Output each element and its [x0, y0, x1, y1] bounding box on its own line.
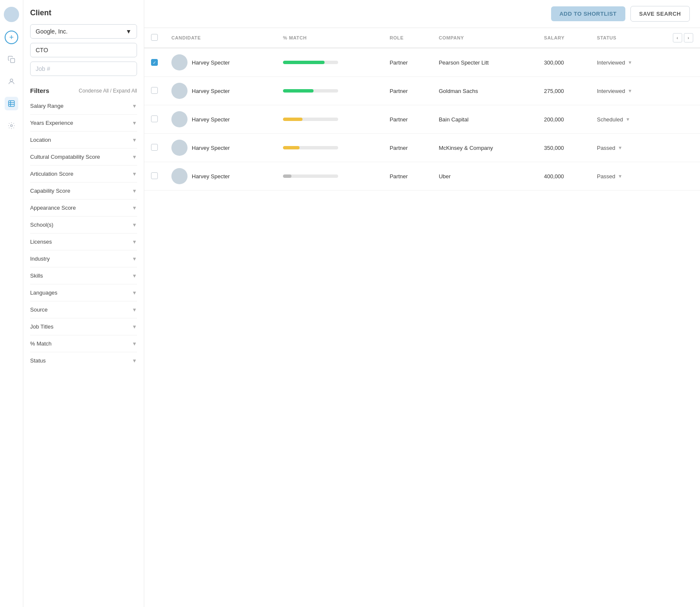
role-input[interactable] [30, 43, 137, 57]
row-status-label: Interviewed [597, 88, 625, 94]
filter-item--match[interactable]: % Match ▼ [30, 335, 137, 352]
user-avatar [4, 7, 19, 22]
main-content: ADD TO SHORTLIST SAVE SEARCH CANDIDATE %… [144, 0, 700, 607]
row-status-cell: Passed ▼ [590, 162, 666, 191]
th-status: STATUS [590, 28, 666, 48]
candidate-name: Harvey Specter [192, 173, 230, 180]
candidate-name: Harvey Specter [192, 59, 230, 66]
filter-item-cultural-compatability-score[interactable]: Cultural Compatability Score ▼ [30, 149, 137, 166]
row-candidate-cell: Harvey Specter [165, 48, 276, 77]
filter-item-capability-score[interactable]: Capability Score ▼ [30, 183, 137, 200]
filter-expand-icon: ▼ [132, 239, 137, 245]
row-status-label: Passed [597, 145, 615, 151]
filter-expand-icon: ▼ [132, 358, 137, 364]
add-to-shortlist-button[interactable]: ADD TO SHORTLIST [551, 6, 625, 21]
filter-item-licenses[interactable]: Licenses ▼ [30, 233, 137, 250]
candidate-table: CANDIDATE % MATCH ROLE COMPANY SALARY ST… [144, 28, 700, 191]
table-row: Harvey Specter Partner Goldman Sachs 275… [144, 77, 700, 105]
client-name: Google, Inc. [36, 28, 68, 35]
status-dropdown-chevron[interactable]: ▼ [625, 117, 630, 122]
filter-label: Source [30, 306, 48, 313]
filter-item-source[interactable]: Source ▼ [30, 301, 137, 318]
filter-label: Licenses [30, 239, 52, 245]
filter-label: Status [30, 357, 46, 364]
row-status-label: Passed [597, 173, 615, 180]
row-checkbox[interactable] [151, 172, 158, 179]
filter-list: Salary Range ▼ Years Experience ▼ Locati… [30, 98, 137, 369]
row-checkbox[interactable] [151, 144, 158, 151]
client-dropdown[interactable]: Google, Inc. ▼ [30, 24, 137, 39]
nav-icon-settings[interactable] [5, 119, 18, 132]
match-bar [283, 61, 325, 64]
filter-item-status[interactable]: Status ▼ [30, 352, 137, 369]
match-bar [283, 118, 302, 121]
status-dropdown-chevron[interactable]: ▼ [618, 174, 622, 179]
table-row: Harvey Specter Partner Uber 400,000 Pass… [144, 162, 700, 191]
match-bar [283, 174, 291, 178]
filter-item-appearance-score[interactable]: Appearance Score ▼ [30, 200, 137, 216]
row-salary-cell: 400,000 [537, 162, 590, 191]
filter-label: Articulation Score [30, 171, 73, 177]
match-bar [283, 146, 300, 149]
nav-icon-table[interactable] [5, 97, 18, 110]
row-role-cell: Partner [383, 134, 432, 162]
row-company-cell: Bain Capital [432, 105, 537, 134]
nav-prev-button[interactable]: ‹ [673, 33, 682, 42]
filter-label: Skills [30, 273, 43, 279]
save-search-button[interactable]: SAVE SEARCH [630, 6, 690, 22]
job-input[interactable] [30, 62, 137, 76]
row-match-cell [276, 162, 383, 191]
filter-item-job-titles[interactable]: Job Titles ▼ [30, 318, 137, 335]
filter-item-languages[interactable]: Languages ▼ [30, 284, 137, 301]
row-nav-cell [666, 48, 700, 77]
th-role: ROLE [383, 28, 432, 48]
match-bar [283, 89, 314, 93]
filter-expand-icon: ▼ [132, 273, 137, 279]
select-all-checkbox[interactable] [151, 34, 158, 41]
row-company-cell: Uber [432, 162, 537, 191]
sidebar: Client Google, Inc. ▼ Filters Condense A… [23, 0, 144, 607]
expand-all-link[interactable]: Expand All [113, 88, 137, 94]
filters-header: Filters Condense All / Expand All [30, 87, 137, 94]
match-bar-container [283, 61, 338, 64]
row-match-cell [276, 134, 383, 162]
match-bar-container [283, 89, 338, 93]
match-bar-container [283, 118, 338, 121]
row-nav-cell [666, 105, 700, 134]
top-bar: ADD TO SHORTLIST SAVE SEARCH [144, 0, 700, 28]
condense-all-link[interactable]: Condense All [79, 88, 109, 94]
filter-expand-icon: ▼ [132, 205, 137, 211]
candidate-avatar [171, 111, 188, 127]
filter-expand-icon: ▼ [132, 222, 137, 228]
row-status-cell: Passed ▼ [590, 134, 666, 162]
filter-item-schools[interactable]: School(s) ▼ [30, 216, 137, 233]
nav-icon-person[interactable] [5, 75, 18, 88]
svg-rect-0 [11, 59, 15, 63]
filter-item-industry[interactable]: Industry ▼ [30, 250, 137, 267]
row-candidate-cell: Harvey Specter [165, 134, 276, 162]
filter-item-skills[interactable]: Skills ▼ [30, 267, 137, 284]
row-checkbox[interactable] [151, 87, 158, 94]
filter-label: Location [30, 137, 51, 143]
filter-label: Industry [30, 256, 50, 262]
filter-item-location[interactable]: Location ▼ [30, 132, 137, 149]
table-row: Harvey Specter Partner Bain Capital 200,… [144, 105, 700, 134]
row-checkbox[interactable]: ✓ [151, 59, 158, 66]
match-bar-container [283, 174, 338, 178]
nav-icon-copy[interactable] [5, 53, 18, 66]
filter-expand-icon: ▼ [132, 171, 137, 177]
match-bar-container [283, 146, 338, 149]
filter-item-articulation-score[interactable]: Articulation Score ▼ [30, 166, 137, 183]
row-match-cell [276, 77, 383, 105]
filter-expand-icon: ▼ [132, 188, 137, 194]
add-button[interactable]: + [5, 31, 18, 44]
status-dropdown-chevron[interactable]: ▼ [627, 60, 632, 65]
status-dropdown-chevron[interactable]: ▼ [627, 88, 632, 93]
filter-item-years-experience[interactable]: Years Experience ▼ [30, 115, 137, 132]
row-checkbox[interactable] [151, 115, 158, 122]
row-check-cell [144, 134, 165, 162]
filter-item-salary-range[interactable]: Salary Range ▼ [30, 98, 137, 115]
nav-next-button[interactable]: › [684, 33, 693, 42]
row-company-cell: Goldman Sachs [432, 77, 537, 105]
status-dropdown-chevron[interactable]: ▼ [618, 145, 622, 150]
